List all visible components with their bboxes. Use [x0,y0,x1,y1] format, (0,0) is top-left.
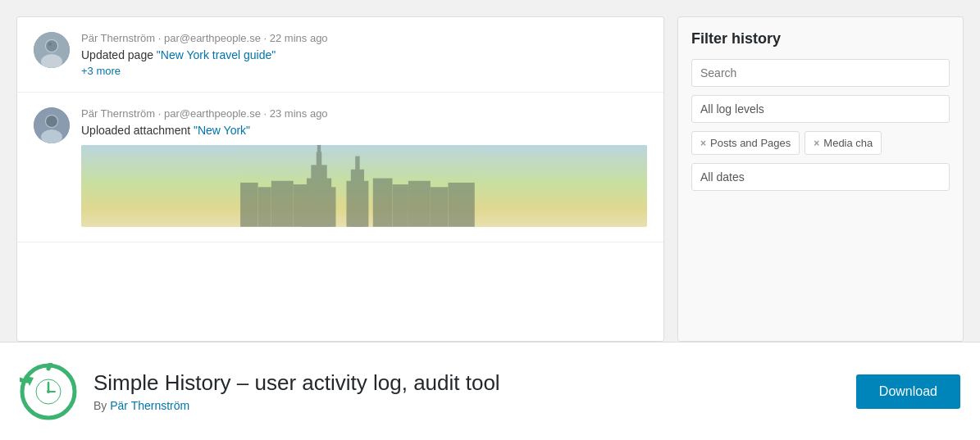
svg-rect-27 [448,183,474,227]
activity-email-2: par@earthpeople.se [164,107,261,120]
dates-select[interactable]: All dates [691,163,950,191]
activity-user-1: Pär Thernström [81,32,155,44]
avatar-2 [34,107,70,143]
filter-tag-x-posts-pages[interactable]: × [700,138,706,149]
activity-time-1: 22 mins ago [270,32,328,44]
svg-point-34 [47,390,50,393]
svg-rect-25 [408,181,431,227]
filter-tag-media-changes: × Media cha [805,131,882,155]
activity-link-1[interactable]: "New York travel guide" [157,48,276,61]
svg-rect-23 [373,179,393,227]
plugin-section: Simple History – user activity log, audi… [0,342,980,440]
activity-content-2: Pär Thernström · par@earthpeople.se · 23… [81,107,647,227]
plugin-author: By Pär Thernström [93,399,840,412]
plugin-author-prefix: By [93,399,110,412]
activity-item-1: Pär Thernström · par@earthpeople.se · 22… [17,17,663,93]
city-skyline-svg [81,145,647,227]
avatar-1 [34,32,70,68]
search-input[interactable] [691,59,950,87]
filter-tag-posts-pages: × Posts and Pages [691,131,800,155]
svg-point-4 [48,43,52,46]
filter-tag-x-media-changes[interactable]: × [814,138,819,149]
activity-image [81,145,647,227]
activity-time-2: 23 mins ago [270,107,328,120]
plugin-info: Simple History – user activity log, audi… [93,370,840,412]
activity-meta-2: Pär Thernström · par@earthpeople.se · 23… [81,107,647,120]
filter-panel: Filter history All log levels × Posts an… [677,16,964,342]
svg-rect-24 [393,184,408,227]
activity-text-2: Uploaded attachment "New York" [81,124,647,137]
activity-meta-1: Pär Thernström · par@earthpeople.se · 22… [81,32,647,44]
activity-text-1: Updated page "New York travel guide" [81,48,647,61]
activity-user-2: Pär Thernström [81,107,155,120]
filter-tag-label-posts-pages: Posts and Pages [710,137,791,149]
plugin-icon [20,363,77,420]
activity-link-2[interactable]: "New York" [194,124,250,137]
svg-rect-26 [431,187,449,227]
top-section: Pär Thernström · par@earthpeople.se · 22… [0,0,980,342]
filter-title: Filter history [691,30,950,48]
activity-more-1[interactable]: +3 more [81,65,647,77]
plugin-title: Simple History – user activity log, audi… [93,370,840,396]
activity-item-2: Pär Thernström · par@earthpeople.se · 23… [17,93,663,243]
svg-point-8 [46,116,57,127]
activity-text-before-2: Uploaded attachment [81,124,194,137]
svg-rect-17 [346,181,368,227]
svg-rect-21 [271,181,294,227]
svg-rect-18 [355,156,359,172]
plugin-author-link[interactable]: Pär Thernström [110,399,189,412]
download-button[interactable]: Download [856,374,960,409]
activity-panel: Pär Thernström · par@earthpeople.se · 22… [16,16,664,342]
svg-rect-22 [294,184,309,227]
activity-content-1: Pär Thernström · par@earthpeople.se · 22… [81,32,647,77]
svg-rect-19 [240,183,258,227]
log-levels-select[interactable]: All log levels [691,95,950,123]
filter-tags: × Posts and Pages × Media cha [691,131,950,155]
filter-tag-label-media-changes: Media cha [823,137,873,149]
plugin-icon-svg [20,363,77,420]
activity-text-before-1: Updated page [81,48,157,61]
svg-rect-15 [318,145,320,147]
activity-email-1: par@earthpeople.se [164,32,261,44]
svg-point-3 [46,40,57,52]
svg-rect-20 [258,187,271,227]
